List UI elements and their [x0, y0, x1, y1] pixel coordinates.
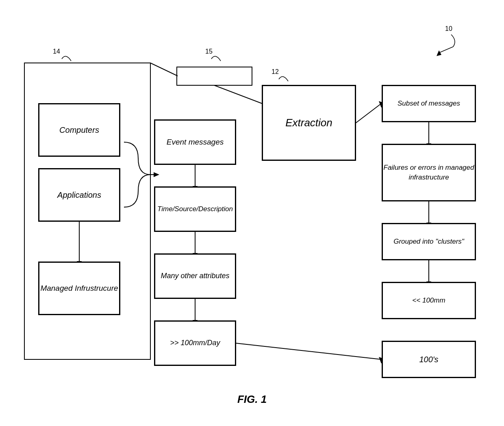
- failures-box: Failures or errors in managed infrastruc…: [382, 144, 476, 201]
- diagram: 14 15 12 10 Computers Applications Manag…: [0, 0, 504, 426]
- extraction-box: Extraction: [262, 85, 356, 160]
- subset-messages-box: Subset of messages: [382, 85, 476, 122]
- grouped-box: Grouped into "clusters": [382, 223, 476, 260]
- svg-line-26: [214, 85, 262, 104]
- event-messages-box: Event messages: [154, 120, 236, 164]
- ref-10: 10: [445, 25, 452, 32]
- gt100mm-box: >> 100mm/Day: [154, 321, 236, 365]
- ref-14: 14: [53, 48, 60, 55]
- lt100mm-box: << 100mm: [382, 282, 476, 319]
- applications-box: Applications: [39, 169, 120, 221]
- svg-line-35: [236, 343, 381, 359]
- svg-marker-16: [154, 172, 159, 177]
- svg-line-37: [439, 47, 453, 53]
- svg-marker-38: [437, 50, 441, 56]
- svg-line-25: [150, 63, 178, 76]
- time-source-box: Time/Source/Description: [154, 187, 236, 231]
- many-other-box: Many other attributes: [154, 254, 236, 298]
- managed-infra-box: Managed Infrustrucure: [39, 262, 120, 315]
- ref-15: 15: [205, 48, 213, 55]
- ref-12: 12: [272, 68, 279, 76]
- figure-label: FIG. 1: [199, 393, 305, 406]
- hundreds-box: 100's: [382, 341, 476, 378]
- svg-rect-8: [177, 67, 252, 85]
- computers-box: Computers: [39, 104, 120, 156]
- svg-line-27: [356, 104, 381, 123]
